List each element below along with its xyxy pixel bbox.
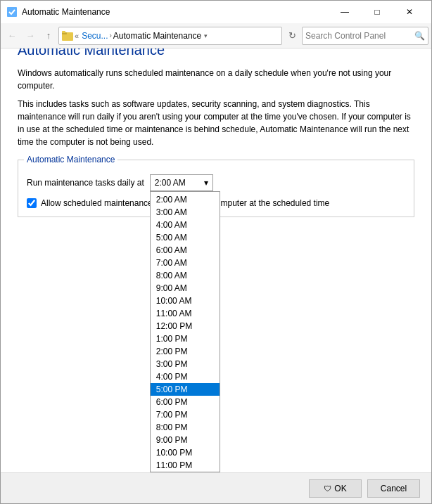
section-legend: Automatic Maintenance <box>24 155 117 164</box>
back-button[interactable]: ← <box>4 27 20 44</box>
cancel-button[interactable]: Cancel <box>367 479 420 498</box>
dropdown-option[interactable]: 7:00 PM <box>151 408 220 421</box>
allow-wakeup-checkbox[interactable] <box>27 198 37 208</box>
time-dropdown-list: 12:00 AM1:00 AM2:00 AM3:00 AM4:00 AM5:00… <box>150 191 220 472</box>
breadcrumb: « Secu... › Automatic Maintenance ▾ <box>58 27 282 45</box>
dropdown-option[interactable]: 3:00 AM <box>151 206 220 219</box>
breadcrumb-current: Automatic Maintenance <box>113 31 201 41</box>
dropdown-option[interactable]: 2:00 PM <box>151 345 220 358</box>
refresh-button[interactable]: ↻ <box>284 27 300 45</box>
breadcrumb-chevron-icon[interactable]: ▾ <box>204 32 208 39</box>
description-1: Windows automatically runs scheduled mai… <box>18 67 414 92</box>
footer: 🛡 OK Cancel <box>1 472 431 503</box>
time-dropdown[interactable]: 2:00 AM ▾ <box>150 174 213 191</box>
shield-icon: 🛡 <box>324 484 331 493</box>
dropdown-option[interactable]: 11:00 AM <box>151 307 220 320</box>
minimize-button[interactable]: — <box>329 1 361 23</box>
svg-rect-0 <box>7 7 17 17</box>
dropdown-option[interactable]: 12:00 PM <box>151 320 220 332</box>
breadcrumb-parent[interactable]: Secu... <box>82 31 108 41</box>
window-controls: — □ ✕ <box>329 1 426 23</box>
main-window: Automatic Maintenance — □ ✕ ← → ↑ « Secu… <box>0 0 432 504</box>
run-time-row: Run maintenance tasks daily at 2:00 AM ▾… <box>27 174 405 191</box>
dropdown-option[interactable]: 9:00 AM <box>151 282 220 295</box>
ok-label: OK <box>334 484 346 493</box>
search-box: 🔍 <box>302 27 428 45</box>
dropdown-option[interactable]: 5:00 PM <box>151 383 220 396</box>
dropdown-option[interactable]: 1:00 PM <box>151 332 220 345</box>
svg-rect-3 <box>62 31 65 33</box>
dropdown-option[interactable]: 3:00 PM <box>151 358 220 370</box>
dropdown-option[interactable]: 9:00 PM <box>151 434 220 446</box>
dropdown-option[interactable]: 2:00 AM <box>151 193 220 206</box>
dropdown-option[interactable]: 10:00 AM <box>151 295 220 307</box>
dropdown-option[interactable]: 10:00 PM <box>151 446 220 459</box>
dropdown-option[interactable]: 4:00 AM <box>151 219 220 231</box>
window-title: Automatic Maintenance <box>22 7 329 17</box>
folder-icon <box>62 30 73 41</box>
main-content: Automatic Maintenance Windows automatica… <box>1 49 431 472</box>
dropdown-option[interactable]: 6:00 AM <box>151 244 220 257</box>
cancel-label: Cancel <box>381 484 407 493</box>
breadcrumb-separator: › <box>109 32 111 39</box>
search-icon[interactable]: 🔍 <box>414 31 425 41</box>
nav-bar: ← → ↑ « Secu... › Automatic Maintenance … <box>1 23 431 49</box>
time-dropdown-wrapper: 2:00 AM ▾ 12:00 AM1:00 AM2:00 AM3:00 AM4… <box>150 174 213 191</box>
page-title: Automatic Maintenance <box>18 49 414 58</box>
up-button[interactable]: ↑ <box>40 27 57 44</box>
run-time-label: Run maintenance tasks daily at <box>27 178 144 188</box>
dropdown-option[interactable]: 11:00 PM <box>151 459 220 472</box>
search-input[interactable] <box>305 31 412 41</box>
close-button[interactable]: ✕ <box>393 1 426 23</box>
dropdown-option[interactable]: 6:00 PM <box>151 396 220 408</box>
forward-button[interactable]: → <box>22 27 39 44</box>
description-2: This includes tasks such as software upd… <box>18 98 414 148</box>
window-icon <box>6 6 18 18</box>
maintenance-section: Automatic Maintenance Run maintenance ta… <box>18 160 414 217</box>
dropdown-option[interactable]: 4:00 PM <box>151 370 220 383</box>
dropdown-option[interactable]: 5:00 AM <box>151 231 220 244</box>
dropdown-option[interactable]: 8:00 PM <box>151 421 220 434</box>
dropdown-arrow-icon: ▾ <box>204 178 208 188</box>
dropdown-option[interactable]: 8:00 AM <box>151 269 220 282</box>
ok-button[interactable]: 🛡 OK <box>309 479 362 498</box>
selected-time-label: 2:00 AM <box>155 178 186 188</box>
dropdown-option[interactable]: 7:00 AM <box>151 257 220 269</box>
maximize-button[interactable]: □ <box>361 1 393 23</box>
title-bar: Automatic Maintenance — □ ✕ <box>1 1 431 23</box>
